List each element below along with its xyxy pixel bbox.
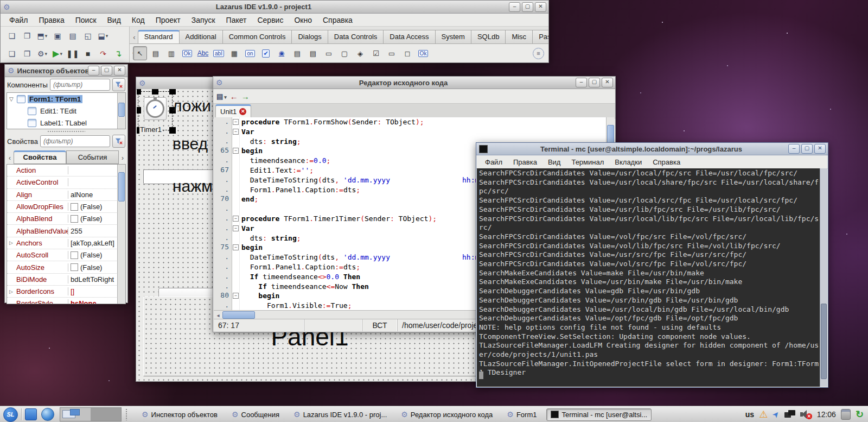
fold-marker-icon[interactable]: [232, 224, 240, 234]
navigate-back-icon[interactable]: ←: [230, 92, 238, 101]
fold-marker-icon[interactable]: [232, 166, 240, 175]
tree-expand-icon[interactable]: ▽: [9, 96, 17, 102]
tbutton-icon[interactable]: Ok: [180, 46, 194, 60]
restore-form-button[interactable]: ◱: [81, 29, 95, 42]
fold-marker-icon[interactable]: [232, 137, 240, 147]
taskbar-handle[interactable]: [125, 408, 128, 420]
line-number[interactable]: .: [214, 204, 232, 214]
menu-item[interactable]: Поиск: [70, 15, 102, 26]
palette-tab[interactable]: Pascal Script: [532, 30, 548, 43]
workspace-1[interactable]: [60, 408, 91, 421]
save-button[interactable]: ▣: [50, 29, 65, 42]
palette-tab[interactable]: Data Controls: [328, 30, 384, 43]
palette-tab[interactable]: System: [435, 30, 471, 43]
minimize-button[interactable]: –: [576, 78, 587, 87]
maximize-button[interactable]: ▢: [589, 78, 600, 87]
oi-tab[interactable]: Свойства: [14, 150, 66, 164]
fold-marker-icon[interactable]: [232, 146, 240, 156]
selection-handle[interactable]: [169, 127, 176, 134]
menu-item[interactable]: Код: [126, 15, 150, 26]
tframe-icon[interactable]: ◻: [400, 46, 414, 60]
property-row[interactable]: Align alNone: [7, 189, 125, 201]
property-row[interactable]: AlphaBlend (False): [7, 213, 125, 225]
property-grid-scrollbar[interactable]: [117, 165, 125, 304]
fold-marker-icon[interactable]: [232, 194, 240, 204]
clock[interactable]: 12:06: [817, 410, 836, 419]
task-button[interactable]: ⚙ Сообщения: [227, 408, 284, 421]
fold-marker-icon[interactable]: [232, 282, 240, 292]
selection-handle[interactable]: [169, 89, 176, 95]
palette-tab[interactable]: Data Access: [383, 30, 435, 43]
property-row[interactable]: ▷ Anchors [akTop,akLeft]: [7, 237, 125, 249]
tree-row[interactable]: Edit1: TEdit: [7, 105, 125, 117]
tlistbox-icon[interactable]: ▤: [290, 46, 304, 60]
line-number[interactable]: 67: [214, 166, 232, 175]
fold-marker-icon[interactable]: [232, 127, 240, 137]
components-filter-input[interactable]: [50, 79, 110, 91]
task-button[interactable]: Terminal - mc [user@altsi...: [546, 408, 652, 421]
tcheckgroup-icon[interactable]: ☑: [369, 46, 383, 60]
editor-hscroll-thumb[interactable]: [222, 311, 255, 319]
line-number[interactable]: .: [214, 137, 232, 147]
checkbox-icon[interactable]: [71, 215, 78, 223]
tab-close-icon[interactable]: ✕: [239, 108, 246, 115]
palette-tab[interactable]: Standard: [138, 30, 180, 43]
menu-item[interactable]: Запуск: [186, 15, 221, 26]
minimize-button[interactable]: –: [509, 2, 520, 12]
palette-options-icon[interactable]: ≡: [533, 48, 544, 59]
lazarus-gear-icon[interactable]: ⚙: [8, 66, 15, 75]
tree-scrollbar[interactable]: [117, 93, 125, 129]
line-number[interactable]: .: [214, 224, 232, 234]
pointer-tool-icon[interactable]: ➤: [770, 408, 782, 420]
task-button[interactable]: ⚙ Lazarus IDE v1.9.0 - proj...: [289, 408, 391, 421]
property-row[interactable]: Action: [7, 165, 125, 177]
line-number[interactable]: 70: [214, 194, 232, 204]
line-number[interactable]: .: [214, 156, 232, 166]
fold-marker-icon[interactable]: [232, 262, 240, 272]
keyboard-layout-indicator[interactable]: us: [745, 410, 754, 419]
selection-handle[interactable]: [152, 89, 158, 95]
fold-marker-icon[interactable]: [232, 291, 240, 301]
line-number[interactable]: 75: [214, 243, 232, 253]
oi-tabs-scroll-right-icon[interactable]: ›: [119, 152, 126, 164]
fold-marker-icon[interactable]: [232, 175, 240, 185]
property-row[interactable]: ActiveControl: [7, 177, 125, 188]
oi-title-bar[interactable]: ⚙ Инспектор объектов – ▢ ✕: [5, 65, 127, 77]
workspace-2[interactable]: [91, 408, 121, 421]
property-row[interactable]: BorderStyle bsNone: [7, 298, 125, 304]
tscrollbar-icon[interactable]: ▭: [322, 46, 336, 60]
fold-marker-icon[interactable]: [232, 117, 240, 127]
minimize-button[interactable]: –: [88, 66, 99, 75]
start-menu-button[interactable]: SL: [3, 407, 18, 422]
step-into-button[interactable]: ↴: [111, 47, 125, 60]
timer-component-icon[interactable]: [144, 97, 167, 120]
build-button[interactable]: ⚙: [35, 47, 49, 60]
palette-tab[interactable]: Common Controls: [222, 30, 292, 43]
menu-item[interactable]: Справка: [317, 15, 358, 26]
property-row[interactable]: ▷ BorderIcons []: [7, 286, 125, 298]
tpanel-icon[interactable]: ▭: [385, 46, 399, 60]
fold-marker-icon[interactable]: [232, 234, 240, 243]
tgroupbox-icon[interactable]: ▢: [337, 46, 352, 60]
fold-marker-icon[interactable]: [232, 301, 240, 311]
tree-row[interactable]: Label1: TLabel: [7, 117, 125, 129]
menu-item[interactable]: Вид: [102, 15, 126, 26]
line-number[interactable]: .: [214, 282, 232, 292]
palette-tab[interactable]: SQLdb: [471, 30, 506, 43]
fold-marker-icon[interactable]: [232, 185, 240, 195]
ttogglebox-icon[interactable]: on: [243, 46, 257, 60]
line-number[interactable]: .: [214, 127, 232, 137]
lazarus-gear-icon[interactable]: ⚙: [3, 3, 10, 11]
editor-title-bar[interactable]: ⚙ Редактор исходного кода – ▢ ✕: [213, 77, 615, 89]
terminal-title-bar[interactable]: Terminal - mc [user@altsimple.localdomai…: [476, 143, 828, 155]
tradiobutton-icon[interactable]: ◉: [275, 46, 289, 60]
timer-selection[interactable]: Timer1: [138, 91, 173, 130]
line-number[interactable]: 80: [214, 291, 232, 301]
selection-handle[interactable]: [137, 89, 141, 95]
fold-marker-icon[interactable]: [232, 214, 240, 224]
maximize-button[interactable]: ▢: [801, 144, 813, 154]
maximize-button[interactable]: ▢: [101, 66, 112, 75]
new-unit-button[interactable]: ❏: [5, 47, 19, 60]
terminal-icon[interactable]: [479, 145, 488, 153]
minimize-button[interactable]: –: [788, 144, 800, 154]
